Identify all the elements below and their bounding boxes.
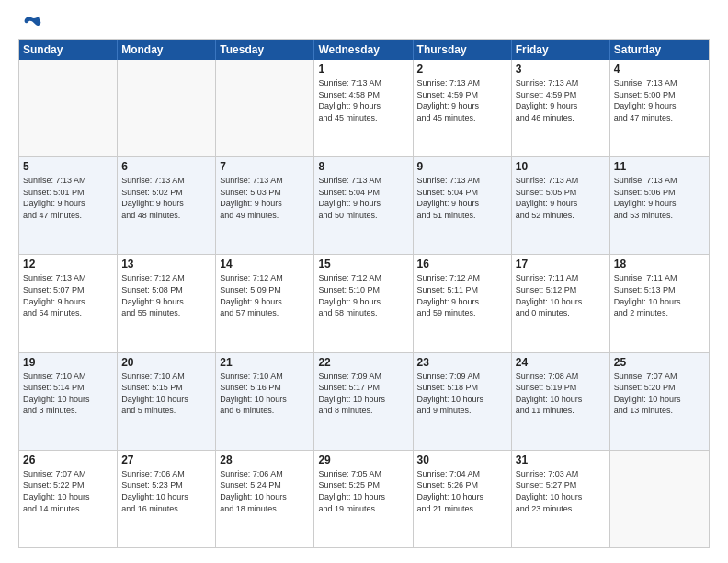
day-number: 24	[516, 356, 606, 369]
day-headers: SundayMondayTuesdayWednesdayThursdayFrid…	[19, 40, 709, 60]
day-cell-31: 31Sunrise: 7:03 AM Sunset: 5:27 PM Dayli…	[512, 451, 610, 547]
day-info: Sunrise: 7:10 AM Sunset: 5:14 PM Dayligh…	[23, 371, 113, 417]
day-info: Sunrise: 7:07 AM Sunset: 5:22 PM Dayligh…	[23, 468, 113, 514]
day-cell-6: 6Sunrise: 7:13 AM Sunset: 5:02 PM Daylig…	[118, 157, 216, 254]
day-header-wednesday: Wednesday	[314, 40, 413, 60]
day-number: 6	[121, 160, 211, 173]
day-cell-19: 19Sunrise: 7:10 AM Sunset: 5:14 PM Dayli…	[19, 353, 118, 450]
week-row-5: 26Sunrise: 7:07 AM Sunset: 5:22 PM Dayli…	[19, 450, 709, 547]
day-number: 26	[23, 454, 113, 466]
day-cell-27: 27Sunrise: 7:06 AM Sunset: 5:23 PM Dayli…	[118, 451, 216, 547]
day-cell-empty	[118, 60, 216, 156]
day-info: Sunrise: 7:08 AM Sunset: 5:19 PM Dayligh…	[516, 371, 606, 417]
day-number: 11	[614, 160, 705, 173]
day-info: Sunrise: 7:13 AM Sunset: 5:04 PM Dayligh…	[417, 175, 507, 221]
day-number: 10	[516, 160, 606, 173]
day-number: 13	[121, 258, 211, 270]
calendar-page: SundayMondayTuesdayWednesdayThursdayFrid…	[0, 0, 728, 563]
page-header	[18, 15, 710, 31]
day-number: 8	[318, 160, 408, 173]
day-info: Sunrise: 7:12 AM Sunset: 5:11 PM Dayligh…	[417, 272, 507, 318]
day-info: Sunrise: 7:06 AM Sunset: 5:23 PM Dayligh…	[121, 468, 211, 514]
week-row-2: 5Sunrise: 7:13 AM Sunset: 5:01 PM Daylig…	[19, 156, 709, 254]
day-cell-26: 26Sunrise: 7:07 AM Sunset: 5:22 PM Dayli…	[19, 451, 118, 547]
day-header-sunday: Sunday	[19, 40, 118, 60]
day-number: 17	[516, 258, 606, 270]
day-number: 28	[220, 454, 310, 466]
day-info: Sunrise: 7:13 AM Sunset: 5:04 PM Dayligh…	[318, 175, 408, 221]
day-info: Sunrise: 7:04 AM Sunset: 5:26 PM Dayligh…	[417, 468, 507, 514]
day-cell-13: 13Sunrise: 7:12 AM Sunset: 5:08 PM Dayli…	[118, 255, 216, 351]
day-cell-3: 3Sunrise: 7:13 AM Sunset: 4:59 PM Daylig…	[512, 60, 610, 156]
day-info: Sunrise: 7:13 AM Sunset: 5:06 PM Dayligh…	[614, 175, 705, 221]
day-info: Sunrise: 7:13 AM Sunset: 5:02 PM Dayligh…	[121, 175, 211, 221]
day-info: Sunrise: 7:12 AM Sunset: 5:08 PM Dayligh…	[121, 272, 211, 318]
day-number: 15	[318, 258, 408, 270]
logo	[18, 15, 42, 31]
day-cell-18: 18Sunrise: 7:11 AM Sunset: 5:13 PM Dayli…	[610, 255, 709, 351]
day-header-thursday: Thursday	[414, 40, 512, 60]
day-cell-1: 1Sunrise: 7:13 AM Sunset: 4:58 PM Daylig…	[314, 60, 413, 156]
day-cell-29: 29Sunrise: 7:05 AM Sunset: 5:25 PM Dayli…	[314, 451, 413, 547]
day-info: Sunrise: 7:06 AM Sunset: 5:24 PM Dayligh…	[220, 468, 310, 514]
day-number: 12	[23, 258, 113, 270]
day-number: 22	[318, 356, 408, 369]
day-header-tuesday: Tuesday	[216, 40, 314, 60]
day-info: Sunrise: 7:13 AM Sunset: 5:05 PM Dayligh…	[516, 175, 606, 221]
day-cell-7: 7Sunrise: 7:13 AM Sunset: 5:03 PM Daylig…	[216, 157, 314, 254]
day-info: Sunrise: 7:13 AM Sunset: 5:00 PM Dayligh…	[614, 77, 705, 123]
calendar: SundayMondayTuesdayWednesdayThursdayFrid…	[18, 39, 710, 548]
day-info: Sunrise: 7:13 AM Sunset: 4:58 PM Dayligh…	[318, 77, 408, 123]
day-cell-15: 15Sunrise: 7:12 AM Sunset: 5:10 PM Dayli…	[314, 255, 413, 351]
day-number: 19	[23, 356, 113, 369]
day-info: Sunrise: 7:09 AM Sunset: 5:17 PM Dayligh…	[318, 371, 408, 417]
day-info: Sunrise: 7:10 AM Sunset: 5:15 PM Dayligh…	[121, 371, 211, 417]
day-info: Sunrise: 7:13 AM Sunset: 5:07 PM Dayligh…	[23, 272, 113, 318]
day-number: 21	[220, 356, 310, 369]
day-cell-30: 30Sunrise: 7:04 AM Sunset: 5:26 PM Dayli…	[414, 451, 512, 547]
day-info: Sunrise: 7:11 AM Sunset: 5:13 PM Dayligh…	[614, 272, 705, 318]
day-cell-20: 20Sunrise: 7:10 AM Sunset: 5:15 PM Dayli…	[118, 353, 216, 450]
day-cell-23: 23Sunrise: 7:09 AM Sunset: 5:18 PM Dayli…	[414, 353, 512, 450]
day-cell-9: 9Sunrise: 7:13 AM Sunset: 5:04 PM Daylig…	[414, 157, 512, 254]
day-info: Sunrise: 7:03 AM Sunset: 5:27 PM Dayligh…	[516, 468, 606, 514]
day-number: 4	[614, 63, 705, 75]
day-number: 29	[318, 454, 408, 466]
day-header-saturday: Saturday	[610, 40, 709, 60]
day-info: Sunrise: 7:10 AM Sunset: 5:16 PM Dayligh…	[220, 371, 310, 417]
day-number: 20	[121, 356, 211, 369]
day-cell-12: 12Sunrise: 7:13 AM Sunset: 5:07 PM Dayli…	[19, 255, 118, 351]
day-number: 25	[614, 356, 705, 369]
day-header-monday: Monday	[118, 40, 216, 60]
day-number: 5	[23, 160, 113, 173]
day-info: Sunrise: 7:13 AM Sunset: 5:01 PM Dayligh…	[23, 175, 113, 221]
day-cell-21: 21Sunrise: 7:10 AM Sunset: 5:16 PM Dayli…	[216, 353, 314, 450]
day-cell-14: 14Sunrise: 7:12 AM Sunset: 5:09 PM Dayli…	[216, 255, 314, 351]
day-cell-24: 24Sunrise: 7:08 AM Sunset: 5:19 PM Dayli…	[512, 353, 610, 450]
week-row-1: 1Sunrise: 7:13 AM Sunset: 4:58 PM Daylig…	[19, 60, 709, 156]
week-row-3: 12Sunrise: 7:13 AM Sunset: 5:07 PM Dayli…	[19, 254, 709, 351]
day-cell-25: 25Sunrise: 7:07 AM Sunset: 5:20 PM Dayli…	[610, 353, 709, 450]
day-cell-28: 28Sunrise: 7:06 AM Sunset: 5:24 PM Dayli…	[216, 451, 314, 547]
day-number: 9	[417, 160, 507, 173]
day-number: 14	[220, 258, 310, 270]
day-cell-2: 2Sunrise: 7:13 AM Sunset: 4:59 PM Daylig…	[414, 60, 512, 156]
day-cell-empty	[610, 451, 709, 547]
day-info: Sunrise: 7:13 AM Sunset: 5:03 PM Dayligh…	[220, 175, 310, 221]
day-cell-empty	[19, 60, 118, 156]
day-cell-10: 10Sunrise: 7:13 AM Sunset: 5:05 PM Dayli…	[512, 157, 610, 254]
day-cell-22: 22Sunrise: 7:09 AM Sunset: 5:17 PM Dayli…	[314, 353, 413, 450]
day-number: 31	[516, 454, 606, 466]
day-number: 30	[417, 454, 507, 466]
day-number: 7	[220, 160, 310, 173]
day-info: Sunrise: 7:09 AM Sunset: 5:18 PM Dayligh…	[417, 371, 507, 417]
day-number: 18	[614, 258, 705, 270]
week-row-4: 19Sunrise: 7:10 AM Sunset: 5:14 PM Dayli…	[19, 352, 709, 450]
day-number: 16	[417, 258, 507, 270]
day-cell-8: 8Sunrise: 7:13 AM Sunset: 5:04 PM Daylig…	[314, 157, 413, 254]
day-number: 1	[318, 63, 408, 75]
day-number: 3	[516, 63, 606, 75]
day-cell-4: 4Sunrise: 7:13 AM Sunset: 5:00 PM Daylig…	[610, 60, 709, 156]
day-info: Sunrise: 7:13 AM Sunset: 4:59 PM Dayligh…	[417, 77, 507, 123]
day-info: Sunrise: 7:11 AM Sunset: 5:12 PM Dayligh…	[516, 272, 606, 318]
